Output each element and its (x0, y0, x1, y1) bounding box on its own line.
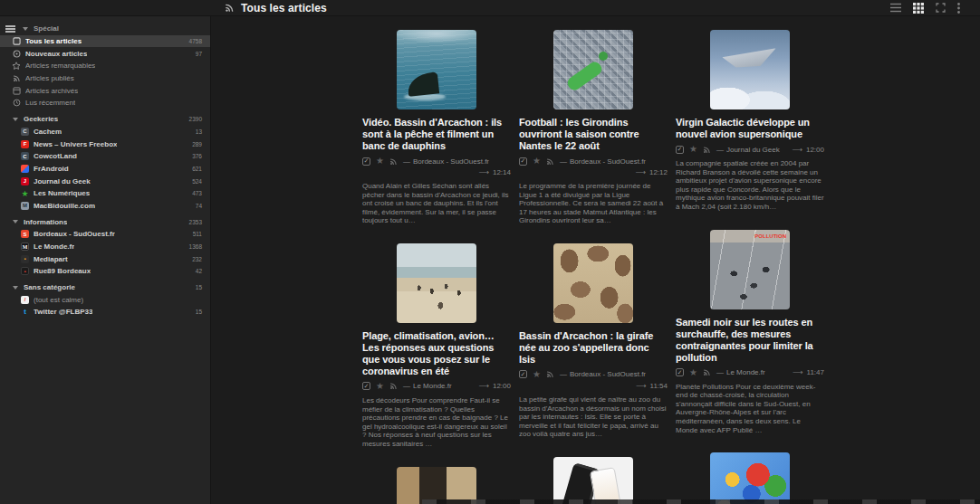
sidebar-feed-sudouest[interactable]: S Bordeaux - SudOuest.fr 511 (0, 228, 210, 241)
article-card[interactable] (362, 467, 511, 504)
sidebar-item-all-articles[interactable]: Tous les articles 4758 (0, 35, 210, 48)
article-title[interactable]: Bassin d'Arcachon : la girafe née au zoo… (519, 330, 668, 366)
article-title[interactable]: Virgin Galactic développe un nouvel avio… (676, 117, 824, 140)
share-rss-icon[interactable] (703, 368, 711, 376)
article-thumbnail-beach[interactable] (397, 243, 476, 323)
article-card[interactable]: Bassin d'Arcachon : la girafe née au zoo… (519, 243, 668, 439)
article-title[interactable]: Plage, climatisation, avion… Les réponse… (362, 330, 511, 377)
article-card[interactable]: Plage, climatisation, avion… Les réponse… (362, 243, 511, 449)
share-rss-icon[interactable] (546, 157, 554, 166)
article-source-link[interactable]: Journal du Geek (726, 146, 780, 154)
article-thumbnail-giraffe[interactable] (553, 243, 633, 323)
calm-feed-favicon: / (21, 296, 29, 304)
arrow-icon: ⟶ (479, 382, 489, 390)
sidebar-item-new-articles[interactable]: Nouveaux articles 97 (0, 47, 210, 60)
sidebar-item-recently-read[interactable]: Lus récemment (0, 97, 210, 109)
article-time: ⟶12:12 (636, 168, 668, 176)
article-title[interactable]: Vidéo. Bassin d'Arcachon : ils sont à la… (362, 117, 511, 152)
article-source-link[interactable]: Le Monde.fr (726, 368, 765, 376)
mark-read-checkbox[interactable] (519, 157, 527, 166)
sidebar-category-geekeries[interactable]: Geekeries 2390 (0, 113, 210, 126)
sidebar-feed-journal-du-geek[interactable]: J Journal du Geek 524 (0, 175, 210, 187)
hamburger-menu-icon[interactable] (5, 24, 15, 33)
expand-view-icon[interactable] (936, 3, 946, 13)
mark-read-checkbox[interactable] (362, 157, 370, 166)
sidebar-category-sans-categorie[interactable]: Sans catégorie 15 (0, 281, 210, 294)
article-title[interactable]: Football : les Girondins ouvriront la sa… (519, 117, 668, 152)
favorite-star-icon[interactable] (376, 382, 384, 391)
grid-view-icon[interactable] (913, 3, 924, 14)
overflow-menu-icon[interactable] (957, 3, 960, 14)
article-source-link[interactable]: Bordeaux - SudOuest.fr (413, 157, 489, 166)
chevron-down-icon[interactable] (12, 218, 19, 225)
article-thumbnail-goalkeeper[interactable] (553, 30, 633, 109)
article-thumbnail-mario-artwork[interactable] (710, 452, 790, 504)
mark-read-checkbox[interactable] (676, 146, 684, 154)
sidebar-item-starred-articles[interactable]: Articles remarquables (0, 60, 210, 72)
article-title[interactable]: Samedi noir sur les routes en surchauffe… (676, 317, 824, 364)
article-card[interactable] (676, 452, 824, 504)
arrow-icon: ⟶ (793, 368, 802, 376)
favorite-star-icon[interactable] (689, 368, 697, 377)
article-card[interactable]: Football : les Girondins ouvriront la sa… (519, 30, 668, 225)
sidebar-feed-rue89-bordeaux[interactable]: ▪ Rue89 Bordeaux 42 (0, 265, 210, 278)
macbidouille-favicon: M (21, 202, 29, 210)
article-meta-row: — Bordeaux - SudOuest.fr ⟶12:12 (519, 157, 668, 176)
sidebar-feed-tout-est-calme[interactable]: / (tout est calme) (0, 293, 210, 306)
share-rss-icon[interactable] (389, 157, 398, 166)
recent-clock-icon (12, 99, 21, 108)
share-rss-icon[interactable] (389, 382, 398, 390)
share-rss-icon[interactable] (546, 370, 554, 378)
sidebar-item-published-articles[interactable]: Articles publiés (0, 72, 210, 85)
mark-read-checkbox[interactable] (362, 382, 370, 390)
article-excerpt: La petite girafe qui vient de naître au … (519, 395, 668, 439)
chevron-down-icon[interactable] (12, 116, 19, 123)
article-card[interactable] (519, 457, 668, 504)
sidebar-feed-cachem[interactable]: C Cachem 13 (0, 126, 210, 138)
article-source-link[interactable]: Bordeaux - SudOuest.fr (570, 370, 646, 378)
sidebar-feed-frandroid[interactable]: FrAndroid 621 (0, 163, 210, 176)
article-time: ⟶11:54 (636, 382, 668, 390)
article-source-link[interactable]: Le Monde.fr (413, 382, 452, 390)
sidebar-category-informations[interactable]: Informations 2353 (0, 215, 210, 228)
article-thumbnail-dolphin[interactable] (397, 30, 476, 109)
rss-reader-app: Tous les articles Spécial (0, 0, 980, 504)
sidebar-feed-le-monde[interactable]: M Le Monde.fr 1368 (0, 241, 210, 253)
article-column-1: Vidéo. Bassin d'Arcachon : ils sont à la… (362, 30, 511, 504)
article-thumbnail-hospital-bed[interactable] (397, 467, 476, 504)
list-view-icon[interactable] (890, 3, 901, 13)
meta-dash: — (403, 157, 410, 166)
article-thumbnail-highway-traffic[interactable]: POLLUTION (710, 230, 790, 309)
favorite-star-icon[interactable] (533, 370, 541, 379)
sidebar-feed-macbidouille[interactable]: M MacBidouille.com 74 (0, 200, 210, 213)
mark-read-checkbox[interactable] (676, 368, 684, 376)
article-excerpt: Quand Alain et Gilles Séchan sont allés … (362, 182, 511, 225)
article-thumbnail-smartphones[interactable] (553, 457, 633, 504)
sidebar-root-special[interactable]: Spécial (0, 23, 210, 35)
favorite-star-icon[interactable] (533, 157, 541, 166)
arrow-icon: ⟶ (636, 168, 646, 176)
page-title: Tous les articles (241, 2, 327, 14)
article-card[interactable]: Virgin Galactic développe un nouvel avio… (676, 30, 824, 212)
sidebar-feed-les-numeriques[interactable]: ★ Les Numériques 473 (0, 187, 210, 200)
favorite-star-icon[interactable] (376, 157, 384, 166)
article-source-link[interactable]: Bordeaux - SudOuest.fr (570, 157, 646, 166)
all-articles-icon (12, 37, 21, 46)
share-rss-icon[interactable] (703, 146, 711, 154)
arrow-icon: ⟶ (479, 168, 489, 176)
article-meta-row: — Journal du Geek ⟶12:00 (676, 145, 824, 154)
article-thumbnail-supersonic-jet[interactable] (710, 30, 790, 109)
sidebar-feed-mediapart[interactable]: ▪ Mediapart 232 (0, 252, 210, 265)
favorite-star-icon[interactable] (689, 145, 697, 154)
mark-read-checkbox[interactable] (519, 370, 527, 378)
sidebar-feed-twitter[interactable]: t Twitter @FLBP33 15 (0, 306, 210, 319)
frandroid-favicon (21, 165, 29, 173)
sidebar-feed-univers-freebox[interactable]: F News – Univers Freebox 289 (0, 138, 210, 150)
chevron-down-icon[interactable] (22, 25, 29, 33)
screen-edge-artifact (422, 499, 980, 504)
article-card[interactable]: Vidéo. Bassin d'Arcachon : ils sont à la… (362, 30, 511, 225)
sidebar-item-archived-articles[interactable]: Articles archivés (0, 84, 210, 97)
chevron-down-icon[interactable] (12, 284, 19, 291)
sidebar-feed-cowcotland[interactable]: C CowcotLand 376 (0, 150, 210, 163)
article-card[interactable]: POLLUTION Samedi noir sur les routes en … (676, 230, 824, 435)
